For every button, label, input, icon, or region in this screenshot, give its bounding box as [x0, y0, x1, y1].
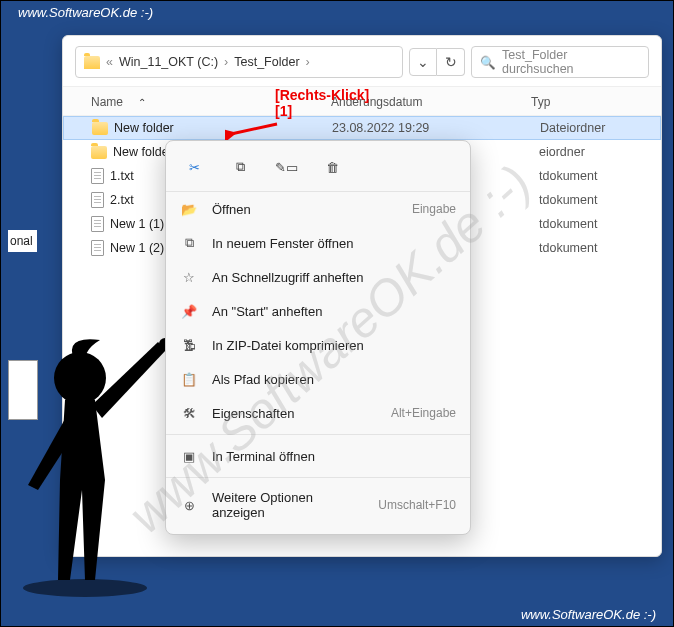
file-type: tdokument — [539, 169, 649, 183]
folder-icon — [91, 146, 107, 159]
menu-item-label: An Schnellzugriff anheften — [212, 270, 456, 285]
search-input[interactable]: 🔍 Test_Folder durchsuchen — [471, 46, 649, 78]
annotation: [Rechts-Klick] [1] — [275, 87, 369, 119]
menu-item-label: In neuem Fenster öffnen — [212, 236, 456, 251]
file-type: Dateiordner — [540, 121, 648, 135]
file-icon — [91, 168, 104, 184]
context-menu-item[interactable]: 📂ÖffnenEingabe — [166, 192, 470, 226]
menu-item-label: Eigenschaften — [212, 406, 377, 421]
dropdown-button[interactable]: ⌄ — [409, 48, 437, 76]
file-type: eiordner — [539, 145, 649, 159]
file-date: 23.08.2022 19:29 — [332, 121, 532, 135]
menu-item-icon: 🗜 — [180, 336, 198, 354]
folder-icon — [92, 122, 108, 135]
menu-item-label: Öffnen — [212, 202, 398, 217]
context-menu: ✂ ⧉ ✎▭ 🗑 📂ÖffnenEingabe⧉In neuem Fenster… — [165, 140, 471, 535]
context-menu-item[interactable]: ☆An Schnellzugriff anheften — [166, 260, 470, 294]
sort-caret-icon: ⌃ — [138, 97, 146, 108]
menu-item-label: An "Start" anheften — [212, 304, 456, 319]
file-name: New folder — [113, 145, 173, 159]
watermark-bottom: www.SoftwareOK.de :-) — [521, 607, 656, 622]
menu-item-icon: 📂 — [180, 200, 198, 218]
context-menu-iconrow: ✂ ⧉ ✎▭ 🗑 — [166, 147, 470, 192]
file-icon — [91, 240, 104, 256]
chevron-right-icon: › — [224, 55, 228, 69]
copy-icon[interactable]: ⧉ — [226, 153, 254, 181]
menu-item-label: Weitere Optionen anzeigen — [212, 490, 364, 520]
context-menu-item[interactable]: ⊕Weitere Optionen anzeigenUmschalt+F10 — [166, 482, 470, 528]
menu-item-label: In Terminal öffnen — [212, 449, 456, 464]
menu-item-icon: ⊕ — [180, 496, 198, 514]
menu-item-shortcut: Eingabe — [412, 202, 456, 216]
folder-icon — [84, 56, 100, 69]
context-menu-item[interactable]: 🗜In ZIP-Datei komprimieren — [166, 328, 470, 362]
menu-item-shortcut: Umschalt+F10 — [378, 498, 456, 512]
file-type: tdokument — [539, 217, 649, 231]
delete-icon[interactable]: 🗑 — [318, 153, 346, 181]
rename-icon[interactable]: ✎▭ — [272, 153, 300, 181]
file-name: 1.txt — [110, 169, 134, 183]
refresh-button[interactable]: ↻ — [437, 48, 465, 76]
context-menu-item[interactable]: 📌An "Start" anheften — [166, 294, 470, 328]
annotation-number: [1] — [275, 103, 369, 119]
file-name: 2.txt — [110, 193, 134, 207]
breadcrumb[interactable]: « Win_11_OKT (C:) › Test_Folder › — [75, 46, 403, 78]
menu-item-icon: ☆ — [180, 268, 198, 286]
sidebar-fragment: onal — [8, 230, 37, 252]
breadcrumb-folder[interactable]: Test_Folder — [234, 55, 299, 69]
annotation-label: [Rechts-Klick] — [275, 87, 369, 103]
menu-separator — [166, 434, 470, 435]
search-placeholder: Test_Folder durchsuchen — [502, 48, 640, 76]
context-menu-item[interactable]: ▣In Terminal öffnen — [166, 439, 470, 473]
search-icon: 🔍 — [480, 55, 496, 70]
svg-line-0 — [231, 124, 277, 134]
context-menu-item[interactable]: 📋Als Pfad kopieren — [166, 362, 470, 396]
arrow-icon — [225, 112, 281, 140]
menu-item-icon: ▣ — [180, 447, 198, 465]
file-name: New folder — [114, 121, 174, 135]
context-menu-item[interactable]: ⧉In neuem Fenster öffnen — [166, 226, 470, 260]
cut-icon[interactable]: ✂ — [180, 153, 208, 181]
column-type[interactable]: Typ — [531, 95, 649, 109]
context-menu-item[interactable]: 🛠EigenschaftenAlt+Eingabe — [166, 396, 470, 430]
file-type: tdokument — [539, 193, 649, 207]
watermark-top: www.SoftwareOK.de :-) — [18, 5, 153, 20]
menu-item-icon: 📌 — [180, 302, 198, 320]
nav-buttons: ⌄ ↻ — [409, 48, 465, 76]
breadcrumb-prefix: « — [106, 55, 113, 69]
chevron-right-icon: › — [306, 55, 310, 69]
file-row[interactable]: New folder23.08.2022 19:29Dateiordner — [63, 116, 661, 140]
menu-item-label: In ZIP-Datei komprimieren — [212, 338, 456, 353]
file-icon — [91, 192, 104, 208]
menu-item-label: Als Pfad kopieren — [212, 372, 456, 387]
desktop-fragment — [8, 360, 38, 420]
file-icon — [91, 216, 104, 232]
explorer-topbar: « Win_11_OKT (C:) › Test_Folder › ⌄ ↻ 🔍 … — [63, 36, 661, 87]
menu-item-shortcut: Alt+Eingabe — [391, 406, 456, 420]
file-type: tdokument — [539, 241, 649, 255]
menu-item-icon: 📋 — [180, 370, 198, 388]
breadcrumb-drive[interactable]: Win_11_OKT (C:) — [119, 55, 218, 69]
menu-item-icon: 🛠 — [180, 404, 198, 422]
menu-separator — [166, 477, 470, 478]
menu-item-icon: ⧉ — [180, 234, 198, 252]
